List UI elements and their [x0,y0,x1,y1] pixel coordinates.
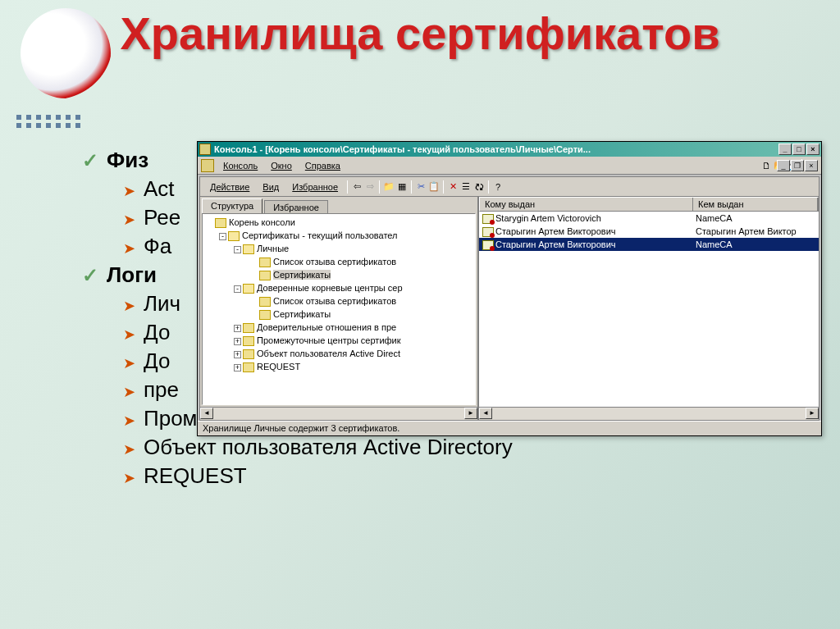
maximize-button[interactable]: □ [792,144,806,155]
outer-menubar: Консоль Окно Справка 🗋 📂 💾 ▦ [198,157,821,175]
folder-icon [243,244,254,254]
mdi-child: _ ❐ × Действие Вид Избранное ⇦ ⇨ 📁 ▦ ✂ 📋… [199,176,819,421]
tree-label: Корень консоли [229,217,295,227]
child-close-button[interactable]: × [805,160,818,171]
tree-label: Сертификаты - текущий пользовател [242,230,398,240]
cut-icon[interactable]: ✂ [414,180,427,194]
expand-toggle[interactable]: + [234,338,241,345]
titlebar[interactable]: Консоль1 - [Корень консоли\Сертификаты -… [198,142,821,157]
tree-label: Список отзыва сертификатов [273,296,396,306]
up-icon[interactable]: 📁 [382,180,395,194]
delete-icon[interactable]: ✕ [446,180,459,194]
folder-icon [259,258,271,267]
tree-node[interactable]: Корень консоли [204,216,473,229]
tree-hscroll[interactable]: ◄ ► [200,407,477,420]
list-row[interactable]: Старыгин Артем ВикторовичСтарыгин Артем … [479,225,819,238]
certificate-icon [482,227,494,237]
bullet-item: Объект пользователя Active Directory [123,435,807,460]
folder-icon [228,231,240,241]
folder-icon [259,297,271,307]
minimize-button[interactable]: _ [778,144,792,155]
expand-toggle[interactable]: + [234,351,241,358]
back-icon[interactable]: ⇦ [350,180,363,194]
list-hscroll[interactable]: ◄ ► [479,407,819,420]
copy-icon[interactable]: 📋 [427,180,441,194]
console-icon [201,159,214,172]
tree-pane: Структура Избранное Корень консоли-Серти… [200,197,479,420]
menu-action[interactable]: Действие [203,180,256,194]
tree-node[interactable]: Сертификаты [204,308,473,321]
list-row[interactable]: Старыгин Артем ВикторовичNameCA [479,238,819,251]
tree-label: REQUEST [257,362,300,371]
list-pane: Кому выдан Кем выдан Starygin Artem Vict… [479,197,819,420]
folder-icon [243,284,254,294]
expand-toggle[interactable]: - [234,246,241,253]
folder-icon [259,310,271,320]
list-row[interactable]: Starygin Artem VictorovichNameCA [479,212,819,225]
tree-label: Доверительные отношения в пре [257,322,396,332]
expand-toggle[interactable]: - [234,285,241,293]
help-icon[interactable]: ? [491,180,504,194]
expand-toggle[interactable]: - [219,233,226,240]
decorative-dots [16,115,82,128]
tree-label: Сертификаты [273,270,331,280]
close-button[interactable]: × [806,144,819,155]
refresh-icon[interactable]: 🗘 [472,180,486,194]
status-bar: Хранилище Личные содержит 3 сертификатов… [198,421,821,435]
folder-icon [259,271,271,280]
folder-icon [243,349,254,359]
tree-node[interactable]: Сертификаты [204,268,473,281]
col-issued-to[interactable]: Кому выдан [480,198,693,211]
tree-node[interactable]: +Доверительные отношения в пре [204,321,473,334]
folder-icon [243,336,254,346]
forward-icon[interactable]: ⇨ [363,180,377,194]
tree-node[interactable]: -Сертификаты - текущий пользовател [204,229,473,242]
folder-icon [215,218,226,228]
child-restore-button[interactable]: ❐ [791,160,804,171]
inner-toolbar: Действие Вид Избранное ⇦ ⇨ 📁 ▦ ✂ 📋 ✕ ☰ 🗘… [200,177,819,197]
menu-window[interactable]: Окно [264,159,299,172]
tree-node[interactable]: +Промежуточные центры сертифик [204,334,473,347]
folder-icon [243,362,254,372]
tree-label: Промежуточные центры сертифик [257,335,401,345]
scroll-left-icon[interactable]: ◄ [200,408,213,419]
bullet-item: REQUEST [123,463,807,489]
menu-help[interactable]: Справка [299,159,347,172]
tree-node[interactable]: Список отзыва сертификатов [204,255,473,268]
expand-toggle[interactable]: + [234,325,241,332]
tree-node[interactable]: -Личные [204,242,473,255]
folder-icon [243,323,254,333]
app-icon [199,144,211,155]
list-view[interactable]: Starygin Artem VictorovichNameCAСтарыгин… [479,212,819,407]
expand-toggle[interactable]: + [234,364,241,371]
tree-node[interactable]: +Объект пользователя Active Direct [204,347,473,360]
window-title: Консоль1 - [Корень консоли\Сертификаты -… [214,144,778,154]
menu-console[interactable]: Консоль [217,159,264,172]
tree-node[interactable]: -Доверенные корневые центры сер [204,281,473,294]
scroll-left-icon[interactable]: ◄ [479,408,492,419]
scroll-right-icon[interactable]: ► [464,408,477,419]
slide-logo [21,8,127,107]
mmc-window: Консоль1 - [Корень консоли\Сертификаты -… [197,141,822,436]
tree-view[interactable]: Корень консоли-Сертификаты - текущий пол… [202,213,476,405]
col-issued-by[interactable]: Кем выдан [693,198,818,211]
show-hide-icon[interactable]: ▦ [395,180,409,194]
menu-view[interactable]: Вид [256,180,285,194]
tree-label: Список отзыва сертификатов [273,257,396,267]
tree-label: Сертификаты [273,309,331,319]
menu-favorites[interactable]: Избранное [285,180,345,194]
tree-label: Личные [257,244,289,253]
child-minimize-button[interactable]: _ [777,160,790,171]
tab-structure[interactable]: Структура [202,198,262,213]
tree-label: Объект пользователя Active Direct [257,349,400,358]
scroll-right-icon[interactable]: ► [806,408,819,419]
tree-node[interactable]: +REQUEST [204,360,473,373]
tree-label: Доверенные корневые центры сер [257,283,403,293]
properties-icon[interactable]: ☰ [459,180,472,194]
list-header: Кому выдан Кем выдан [479,197,819,212]
new-icon[interactable]: 🗋 [760,159,773,172]
certificate-icon [482,214,494,224]
certificate-icon [482,240,494,250]
tree-node[interactable]: Список отзыва сертификатов [204,294,473,308]
